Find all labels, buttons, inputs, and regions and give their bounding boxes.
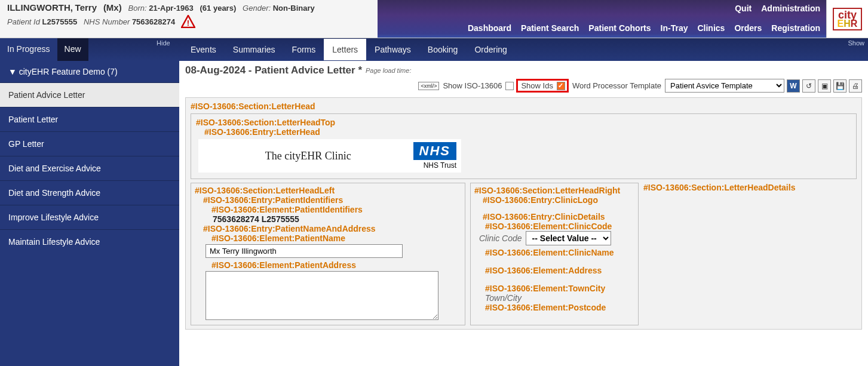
show-ids-checkbox[interactable]: ✓ xyxy=(557,82,565,90)
tab-pathways[interactable]: Pathways xyxy=(366,39,419,60)
iso-section-left: #ISO-13606:Section:LetterHeadLeft xyxy=(195,186,461,195)
show-toggle[interactable]: Show xyxy=(848,39,864,47)
clinic-banner: The cityEHR Clinic NHS NHS Trust xyxy=(198,139,461,173)
tab-ordering[interactable]: Ordering xyxy=(466,39,515,60)
admin-link[interactable]: Administration xyxy=(761,4,820,13)
sidebar-item-diet-strength[interactable]: Diet and Strength Advice xyxy=(0,180,179,205)
towncity-label: Town/City xyxy=(485,293,634,303)
patient-firstname: Terry xyxy=(75,2,97,13)
clinic-name: The cityEHR Clinic xyxy=(203,150,413,162)
logo-e: E xyxy=(838,19,844,29)
iso-elem-pname: #ISO-13606:Element:PatientName xyxy=(211,233,461,243)
sidebar-item-patient-letter[interactable]: Patient Letter xyxy=(0,107,179,131)
iso-entry-pid: #ISO-13606:Entry:PatientIdentifiers xyxy=(203,195,461,205)
iso-section-letterhead: #ISO-13606:Section:LetterHead xyxy=(191,102,857,111)
iso-elem-postcode: #ISO-13606:Element:Postcode xyxy=(485,303,634,312)
iso-section-letterheadtop: #ISO-13606:Section:LetterHeadTop xyxy=(196,118,851,127)
nhs-logo: NHS xyxy=(413,142,456,160)
show-ids-highlight: Show Ids ✓ xyxy=(516,79,568,93)
sidebar-item-gp-letter[interactable]: GP Letter xyxy=(0,131,179,156)
iso-entry-cliniclogo: #ISO-13606:Entry:ClinicLogo xyxy=(483,195,634,205)
show-iso-label: Show ISO-13606 xyxy=(443,81,502,90)
menu-in-progress[interactable]: In Progress xyxy=(0,38,57,61)
sidebar-item-maintain-lifestyle[interactable]: Maintain Lifestyle Advice xyxy=(0,229,179,254)
nav-registration[interactable]: Registration xyxy=(771,23,820,33)
wp-template-label: Word Processor Template xyxy=(572,81,661,90)
tab-letters[interactable]: Letters xyxy=(324,39,366,60)
tab-events[interactable]: Events xyxy=(182,39,225,60)
warning-icon: ! xyxy=(181,15,195,30)
nhs-label: NHS Number xyxy=(84,17,130,26)
pidsub-label: Patient Id xyxy=(7,17,40,26)
iso-elem-cliniccode: #ISO-13606:Element:ClinicCode xyxy=(485,222,634,231)
patient-surname: ILLINGWORTH, xyxy=(7,2,73,13)
hide-toggle[interactable]: Hide xyxy=(157,39,170,47)
nav-clinics[interactable]: Clinics xyxy=(697,23,725,33)
sidebar-item-diet-exercise[interactable]: Diet and Exercise Advice xyxy=(0,156,179,180)
tab-forms[interactable]: Forms xyxy=(284,39,324,60)
publish-icon[interactable]: ▣ xyxy=(818,79,831,93)
iso-elem-pid: #ISO-13606:Element:PatientIdentifiers xyxy=(211,205,461,214)
nav-patient-cohorts[interactable]: Patient Cohorts xyxy=(588,23,651,33)
sidebar-header[interactable]: ▼ cityEHR Feature Demo (7) xyxy=(0,61,179,82)
nav-dashboard[interactable]: Dashboard xyxy=(468,23,511,33)
cliniccode-select[interactable]: -- Select Value -- xyxy=(526,231,611,245)
sidebar: ▼ cityEHR Feature Demo (7) Patient Advic… xyxy=(0,61,179,366)
born-value: 21-Apr-1963 xyxy=(149,4,193,13)
patient-header: ILLINGWORTH, Terry (Mx) Born: 21-Apr-196… xyxy=(0,0,378,38)
xml-button[interactable]: <xml/> xyxy=(418,82,439,90)
logo: city EHR xyxy=(826,0,868,38)
save-icon[interactable]: 💾 xyxy=(833,79,846,93)
svg-text:!: ! xyxy=(187,19,189,27)
quit-link[interactable]: Quit xyxy=(735,4,752,13)
logo-r: R xyxy=(851,19,858,29)
iso-elem-towncity: #ISO-13606:Element:TownCity xyxy=(485,284,634,293)
reset-icon[interactable]: ↺ xyxy=(802,79,815,93)
patient-title: (Mx) xyxy=(103,2,122,13)
menu-new[interactable]: New xyxy=(57,38,88,61)
top-nav: Quit Administration Dashboard Patient Se… xyxy=(378,0,826,38)
wp-template-select[interactable]: Patient Asvice Template xyxy=(665,79,784,93)
iso-elem-address: #ISO-13606:Element:Address xyxy=(485,266,634,275)
iso-elem-paddr: #ISO-13606:Element:PatientAddress xyxy=(211,260,461,270)
nhs-value: 7563628274 xyxy=(132,17,175,26)
patient-name-input[interactable] xyxy=(206,244,403,258)
show-iso-checkbox[interactable] xyxy=(505,82,514,90)
nhs-trust-label: NHS Trust xyxy=(424,161,456,170)
gender-label: Gender: xyxy=(243,4,271,13)
pid-value-text: 7563628274 L2575555 xyxy=(213,214,461,224)
nav-orders[interactable]: Orders xyxy=(734,23,762,33)
iso-entry-name-addr: #ISO-13606:Entry:PatientNameAndAddress xyxy=(203,224,461,233)
iso-section-right: #ISO-13606:Section:LetterHeadRight xyxy=(474,186,634,195)
pid-value: L2575555 xyxy=(42,17,78,26)
page-load-label: Page load time: xyxy=(366,67,411,74)
age-value: (61 years) xyxy=(200,4,237,13)
word-icon[interactable]: W xyxy=(787,79,800,93)
document-title: 08-Aug-2024 - Patient Advice Letter * xyxy=(185,64,362,76)
nav-patient-search[interactable]: Patient Search xyxy=(521,23,579,33)
iso-elem-clinicname: #ISO-13606:Element:ClinicName xyxy=(485,248,634,257)
sidebar-item-improve-lifestyle[interactable]: Improve Lifestyle Advice xyxy=(0,205,179,229)
logo-h: H xyxy=(844,19,851,29)
iso-entry-clinicdetails: #ISO-13606:Entry:ClinicDetails xyxy=(483,212,634,222)
iso-entry-letterhead: #ISO-13606:Entry:LetterHead xyxy=(204,127,851,137)
show-ids-label: Show Ids xyxy=(521,81,553,90)
tab-summaries[interactable]: Summaries xyxy=(225,39,284,60)
nav-in-tray[interactable]: In-Tray xyxy=(661,23,688,33)
gender-value: Non-Binary xyxy=(273,4,315,13)
sidebar-item-patient-advice-letter[interactable]: Patient Advice Letter xyxy=(0,82,179,107)
cliniccode-label: Clinic Code xyxy=(479,233,522,243)
iso-section-details: #ISO-13606:Section:LetterHeadDetails xyxy=(643,183,857,192)
tab-booking[interactable]: Booking xyxy=(419,39,467,60)
print-icon[interactable]: 🖨 xyxy=(849,79,862,93)
patient-address-textarea[interactable] xyxy=(206,271,438,320)
born-label: Born: xyxy=(128,4,147,13)
